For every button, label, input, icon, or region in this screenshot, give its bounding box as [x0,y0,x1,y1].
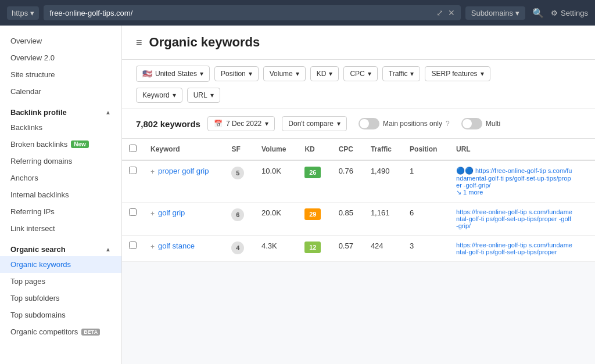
sidebar-item-referring-domains[interactable]: Referring domains [0,153,121,170]
row-checkbox-2[interactable] [129,242,137,249]
cpc-cell-2: 0.57 [332,236,364,262]
sidebar-item-top-subdomains[interactable]: Top subdomains [0,307,121,323]
sidebar-item-top-pages[interactable]: Top pages [0,273,121,290]
multi-label: Multi [486,120,500,128]
sidebar-item-label: Anchors [10,174,38,182]
close-icon[interactable]: ✕ [448,8,455,17]
sidebar-item-label: Calendar [10,87,41,96]
sidebar-item-label: Top pages [10,277,45,286]
compare-selector[interactable]: Don't compare ▾ [282,116,347,131]
sidebar-item-top-subfolders[interactable]: Top subfolders [0,290,121,307]
volume-filter[interactable]: Volume ▾ [263,66,306,81]
cpc-label: CPC [350,70,364,78]
col-sf[interactable]: SF [224,139,255,160]
sidebar-item-referring-ips[interactable]: Referring IPs [0,203,121,220]
settings-button[interactable]: ⚙ Settings [551,9,588,17]
toggle-knob [360,119,369,128]
calendar-icon: 📅 [214,120,223,128]
country-filter[interactable]: 🇺🇸 United States ▾ [136,66,210,82]
table-header: Keyword SF Volume KD CPC Traffic Positio… [122,139,595,160]
cpc-cell-0: 0.76 [332,160,364,203]
sidebar-item-label: Organic keywords [10,260,71,269]
main-positions-toggle-area: Main positions only ? [359,118,450,129]
sidebar-item-label: Overview 2.0 [10,53,55,62]
url-link-2[interactable]: https://free-online-golf-tip s.com/funda… [456,242,572,255]
us-flag-icon: 🇺🇸 [142,69,152,78]
organic-section-arrow[interactable]: ▲ [105,246,111,253]
sf-badge-0: 5 [231,167,244,179]
url-link-0[interactable]: https://free-online-golf-tip s.com/funda… [456,167,572,189]
serp-chevron: ▾ [481,70,484,78]
sidebar-item-link-intersect[interactable]: Link intersect [0,220,121,237]
position-filter[interactable]: Position ▾ [214,66,259,81]
add-keyword-icon-2[interactable]: + [150,243,155,251]
keyword-link-2[interactable]: golf stance [158,242,195,250]
url-link-1[interactable]: https://free-online-golf-tip s.com/funda… [456,208,572,229]
keyword-filter[interactable]: Keyword ▾ [136,88,182,103]
settings-label: Settings [561,9,588,17]
row-checkbox-cell [122,160,144,203]
kd-filter[interactable]: KD ▾ [310,66,339,81]
col-kd[interactable]: KD [298,139,331,160]
kd-label: KD [317,70,327,78]
main-positions-label: Main positions only [383,120,442,128]
main-positions-toggle[interactable] [359,118,379,129]
sidebar-item-organic-competitors[interactable]: Organic competitors BETA [0,323,121,340]
url-bar[interactable]: free-online-golf-tips.com/ ⤢ ✕ [44,5,461,20]
col-position[interactable]: Position [403,139,449,160]
table-row: + golf grip 6 20.0K 29 0.85 1,161 6 http… [122,203,595,236]
sidebar-item-overview[interactable]: Overview [0,33,121,49]
sf-badge-1: 6 [231,208,244,221]
sidebar-item-site-structure[interactable]: Site structure [0,66,121,83]
sidebar-item-internal-backlinks[interactable]: Internal backlinks [0,186,121,203]
date-selector[interactable]: 📅 7 Dec 2022 ▾ [207,116,275,131]
row-checkbox-1[interactable] [129,208,137,216]
serp-filter[interactable]: SERP features ▾ [425,66,490,81]
help-icon[interactable]: ? [446,120,450,128]
backlink-section-arrow[interactable]: ▲ [105,109,111,116]
sidebar-item-label: Site structure [10,70,55,79]
filter-bar: 🇺🇸 United States ▾ Position ▾ Volume ▾ K… [122,60,595,109]
traffic-filter[interactable]: Traffic ▾ [382,66,421,81]
multi-toggle-area: Multi [461,118,500,129]
sidebar-item-overview2[interactable]: Overview 2.0 [0,49,121,66]
keyword-chevron: ▾ [173,91,176,99]
hamburger-icon[interactable]: ≡ [136,37,142,49]
keyword-link-0[interactable]: proper golf grip [158,167,209,175]
position-cell-1: 6 [403,203,449,236]
toolbar: 7,802 keywords 📅 7 Dec 2022 ▾ Don't comp… [122,109,595,139]
url-filter[interactable]: URL ▾ [187,88,220,103]
compare-chevron: ▾ [337,120,340,128]
keyword-link-1[interactable]: golf grip [158,208,185,217]
sidebar-item-anchors[interactable]: Anchors [0,170,121,186]
col-volume[interactable]: Volume [255,139,298,160]
cpc-filter[interactable]: CPC ▾ [343,66,377,81]
col-keyword[interactable]: Keyword [144,139,224,160]
row-checkbox-0[interactable] [129,167,137,174]
kd-chevron: ▾ [329,70,332,78]
add-keyword-icon-0[interactable]: + [150,168,155,176]
col-traffic[interactable]: Traffic [364,139,403,160]
sidebar: Overview Overview 2.0 Site structure Cal… [0,26,122,364]
col-url[interactable]: URL [449,139,595,160]
sidebar-item-label: Referring IPs [10,207,55,216]
multi-toggle[interactable] [461,118,482,129]
search-button[interactable]: 🔍 [530,5,546,21]
col-checkbox [122,139,144,160]
add-keyword-icon-1[interactable]: + [150,210,155,218]
subdomain-selector[interactable]: Subdomains ▾ [465,6,525,20]
row-checkbox-cell [122,236,144,262]
backlink-section-header: Backlink profile ▲ [0,102,121,119]
sidebar-item-calendar[interactable]: Calendar [0,83,121,100]
sidebar-item-broken-backlinks[interactable]: Broken backlinks New [0,136,121,153]
sidebar-item-backlinks[interactable]: Backlinks [0,119,121,136]
external-link-icon[interactable]: ⤢ [436,8,443,17]
kd-cell-1: 29 [298,203,331,236]
more-link-0[interactable]: ↘ 1 more [456,189,483,196]
select-all-checkbox[interactable] [129,145,137,152]
col-cpc[interactable]: CPC [332,139,364,160]
sidebar-item-organic-keywords[interactable]: Organic keywords [0,256,121,273]
protocol-selector[interactable]: https ▾ [7,6,39,20]
traffic-chevron: ▾ [410,70,414,78]
gear-icon: ⚙ [551,9,558,17]
